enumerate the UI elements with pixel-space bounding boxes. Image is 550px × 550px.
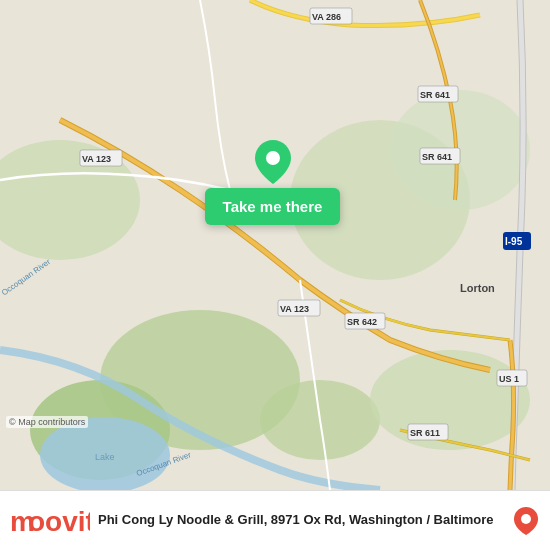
location-pin-icon xyxy=(255,140,291,184)
svg-point-7 xyxy=(370,350,530,450)
map-container: Lake Occoquan River Occoquan River xyxy=(0,0,550,490)
moovit-logo: m oovit xyxy=(10,502,90,540)
svg-text:oovit: oovit xyxy=(28,506,90,537)
take-me-there-button[interactable]: Take me there xyxy=(205,188,341,225)
svg-text:VA 123: VA 123 xyxy=(280,304,309,314)
restaurant-info: Phi Cong Ly Noodle & Grill, 8971 Ox Rd, … xyxy=(98,512,504,529)
svg-text:Lake: Lake xyxy=(95,452,115,462)
svg-text:SR 642: SR 642 xyxy=(347,317,377,327)
svg-point-31 xyxy=(266,151,280,165)
destination-pin-icon xyxy=(512,507,540,535)
svg-text:US 1: US 1 xyxy=(499,374,519,384)
svg-text:I-95: I-95 xyxy=(505,236,523,247)
button-container: Take me there xyxy=(183,140,362,225)
restaurant-name: Phi Cong Ly Noodle & Grill, 8971 Ox Rd, … xyxy=(98,512,504,529)
svg-text:Lorton: Lorton xyxy=(460,282,495,294)
svg-text:VA 123: VA 123 xyxy=(82,154,111,164)
svg-text:VA 286: VA 286 xyxy=(312,12,341,22)
map-copyright: © Map contributors xyxy=(6,416,88,428)
bottom-bar: m oovit Phi Cong Ly Noodle & Grill, 8971… xyxy=(0,490,550,550)
svg-text:SR 641: SR 641 xyxy=(420,90,450,100)
svg-text:SR 641: SR 641 xyxy=(422,152,452,162)
svg-text:SR 611: SR 611 xyxy=(410,428,440,438)
svg-point-34 xyxy=(521,514,531,524)
